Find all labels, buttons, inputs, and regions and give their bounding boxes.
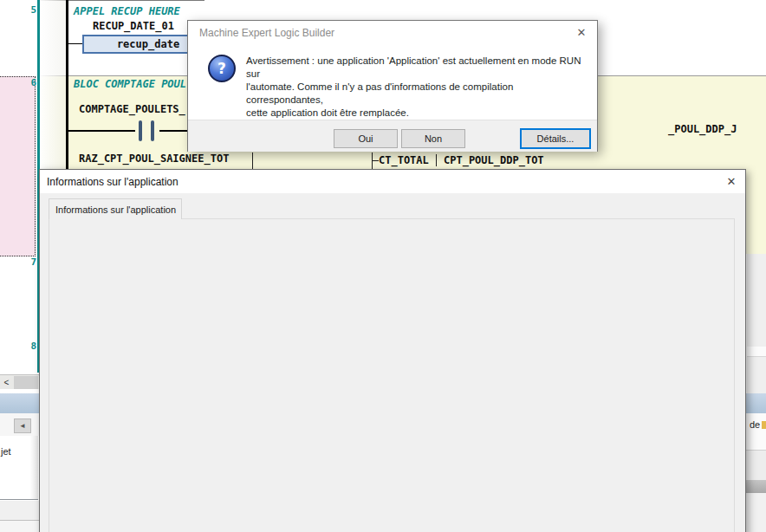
right-strip-upper <box>747 254 766 393</box>
right-strip-text: de <box>750 419 760 430</box>
info-dialog-titlebar[interactable]: Informations sur l'application ✕ <box>40 170 745 193</box>
contact-bar-right <box>151 120 154 141</box>
left-lower-band <box>0 501 40 521</box>
info-dialog-title: Informations sur l'application <box>47 176 179 188</box>
pink-selection-panel[interactable] <box>0 76 36 256</box>
rung5-comment: APPEL RECUP HEURE <box>74 5 180 17</box>
machine-expert-screen: APPEL RECUP HEURE RECUP_DATE_01 recup_da… <box>0 0 766 532</box>
question-mark: ? <box>217 62 226 76</box>
tab-label: Informations sur l'application <box>55 204 176 215</box>
tab-informations-application[interactable]: Informations sur l'application <box>49 198 182 219</box>
application-info-dialog: Informations sur l'application ✕ Informa… <box>39 169 746 532</box>
panel-left-arrow-button[interactable]: ◄ <box>14 418 31 433</box>
rung5-variable-label: RECUP_DATE_01 <box>93 20 174 32</box>
rung6-number[interactable]: 6 <box>26 77 36 88</box>
project-panel-text: jet <box>1 446 11 457</box>
non-button-label: Non <box>425 133 442 144</box>
oui-button[interactable]: Oui <box>334 129 398 148</box>
rung6-comment: BLOC COMPTAGE POUL <box>74 78 186 90</box>
assign-tick <box>436 154 437 166</box>
warning-dialog-close-button[interactable]: ✕ <box>573 23 590 41</box>
contact-bar-left <box>139 120 142 141</box>
block-out-wire <box>372 160 379 161</box>
rung7-number[interactable]: 7 <box>26 256 36 268</box>
warning-dialog-titlebar[interactable]: Machine Expert Logic Builder ✕ <box>188 21 597 43</box>
h-scrollbar[interactable]: < <box>0 374 40 389</box>
poul-ddp-j-label: _POUL_DDP_J <box>668 123 737 135</box>
rung5-number[interactable]: 5 <box>26 4 36 16</box>
non-button[interactable]: Non <box>401 129 465 148</box>
left-bottom-band <box>0 521 40 532</box>
details-button[interactable]: Détails... <box>520 128 591 149</box>
project-panel: jet <box>0 436 38 500</box>
rung6-coil-label: RAZ_CPT_POUL_SAIGNEE_TOT <box>79 152 229 165</box>
rung8-number[interactable]: 8 <box>26 341 36 352</box>
warning-dialog: Machine Expert Logic Builder ✕ ? Avertis… <box>187 20 598 152</box>
scroll-left-icon: < <box>4 378 10 387</box>
warning-line-1: Avertissement : une application 'Applica… <box>246 55 593 81</box>
cpt-poul-ddp-tot-label: CPT_POUL_DDP_TOT <box>444 154 544 166</box>
info-dialog-close-button[interactable]: ✕ <box>723 172 740 190</box>
close-icon: ✕ <box>727 175 737 188</box>
right-strip-mini-icon <box>762 421 766 429</box>
rung5-wire <box>68 43 82 44</box>
contact-symbol[interactable] <box>135 120 159 141</box>
recup-date-box-label: recup_date <box>117 38 179 50</box>
warning-dialog-title: Machine Expert Logic Builder <box>199 27 334 39</box>
warning-line-3: cette application doit être remplacée. <box>246 107 593 120</box>
h-scrollbar-thumb[interactable] <box>14 376 38 389</box>
close-icon: ✕ <box>577 26 587 39</box>
rung6-contact-label: COMPTAGE_POULETS_ <box>79 103 185 115</box>
right-strip-highlight <box>747 347 766 357</box>
scroll-left-button[interactable]: < <box>0 375 13 389</box>
warning-dialog-footer: Oui Non Détails... <box>188 120 597 152</box>
details-button-label: Détails... <box>537 133 574 144</box>
panel-left-icon: ◄ <box>19 422 26 430</box>
help-question-icon: ? <box>208 55 236 82</box>
ct-total-label: CT_TOTAL <box>379 154 429 166</box>
oui-button-label: Oui <box>358 133 373 144</box>
warning-line-2: l'automate. Comme il n'y a pas d'informa… <box>246 81 593 107</box>
tab-page <box>49 218 735 532</box>
block-left-edge <box>252 152 253 169</box>
